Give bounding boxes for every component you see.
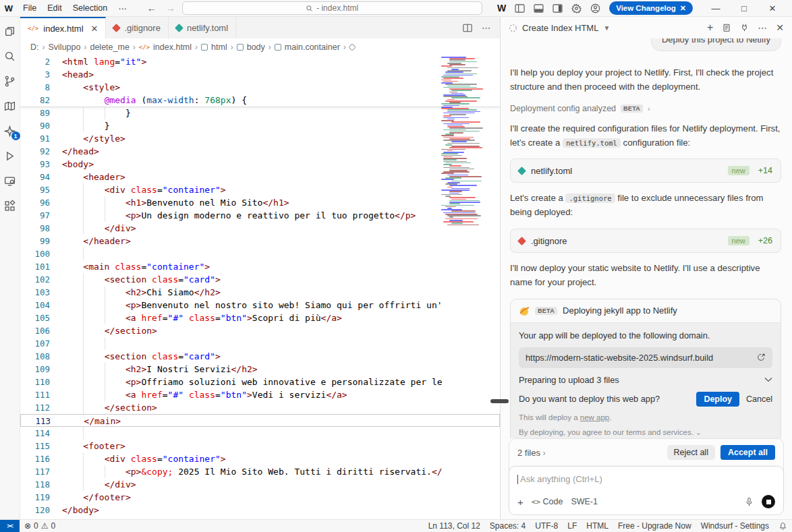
mode-selector[interactable]: <> Code (532, 497, 563, 506)
code-line[interactable]: 89 } (20, 107, 500, 119)
code-line[interactable]: 107 (20, 337, 500, 350)
new-conversation-icon[interactable]: + (707, 22, 713, 34)
editor-more-actions-icon[interactable]: ⋯ (482, 23, 490, 33)
code-line[interactable]: 112 </section> (20, 401, 500, 414)
code-lines[interactable]: 89 }90 }91 </style>92</head>93<body>94 <… (20, 107, 500, 519)
view-changelog-button[interactable]: View Changelog✕ (609, 1, 693, 15)
new-app-link[interactable]: new app (580, 413, 609, 421)
account-icon[interactable] (590, 3, 600, 13)
sash-handle[interactable] (490, 399, 509, 403)
mcp-plug-icon[interactable] (740, 23, 749, 32)
model-selector[interactable]: SWE-1 (571, 497, 598, 506)
toggle-panel-icon[interactable] (534, 4, 544, 13)
conversation-title[interactable]: Create Index HTML (522, 23, 598, 33)
open-external-icon[interactable] (756, 353, 766, 362)
code-line[interactable]: 119 </footer> (20, 491, 500, 504)
cursor-position[interactable]: Ln 113, Col 12 (424, 521, 485, 531)
upload-progress-row[interactable]: Preparing to upload 3 files (519, 375, 772, 385)
code-line[interactable]: 114 (20, 427, 500, 440)
breadcrumb-file[interactable]: index.html (153, 42, 192, 52)
gear-icon[interactable] (571, 3, 582, 13)
code-line[interactable]: 102 <section class="card"> (20, 273, 500, 286)
cascade-icon[interactable]: 1 (3, 123, 18, 138)
microphone-icon[interactable] (745, 497, 754, 507)
code-line[interactable]: 96 <h1>Benvenuto nel Mio Sito</h1> (20, 196, 500, 209)
code-line[interactable]: 8 <style> (20, 81, 500, 94)
cancel-button[interactable]: Cancel (746, 394, 772, 404)
menu-more[interactable]: ⋯ (113, 3, 132, 13)
code-line[interactable]: 93<body> (20, 158, 500, 171)
map-icon[interactable] (3, 98, 18, 113)
problems-indicator[interactable]: ⊗0 ⚠0 (20, 521, 60, 531)
tab-index-html[interactable]: </> index.html ✕ (20, 17, 106, 38)
code-line[interactable]: 3<head> (20, 68, 500, 81)
code-line[interactable]: 118 </div> (20, 478, 500, 491)
code-line[interactable]: 94 <header> (20, 171, 500, 183)
nav-back-icon[interactable]: ← (147, 3, 157, 13)
extensions-icon[interactable] (3, 198, 18, 213)
code-line[interactable]: 98 </div> (20, 222, 500, 235)
analysis-step[interactable]: Deployment config analyzed BETA › (510, 104, 781, 113)
code-line[interactable]: 92</head> (20, 145, 500, 158)
toggle-sidebar-icon[interactable] (515, 4, 525, 13)
code-line[interactable]: 121</html> (20, 516, 500, 519)
nav-forward-icon[interactable]: → (166, 3, 175, 13)
windsurf-settings[interactable]: Windsurf - Settings (696, 521, 774, 531)
more-actions-icon[interactable]: ⋯ (758, 22, 767, 33)
breadcrumb-symbol[interactable]: main.container (285, 42, 340, 52)
search-icon[interactable] (3, 49, 18, 63)
code-line[interactable]: 103 <h2>Chi Siamo</h2> (20, 286, 500, 299)
stop-button[interactable] (762, 495, 775, 508)
code-editor[interactable]: 2<html lang="it">3<head>8 <style>82 @med… (20, 55, 500, 519)
code-line[interactable]: 99 </header> (20, 235, 500, 247)
chevron-down-icon[interactable]: ⌄ (696, 429, 701, 436)
breadcrumb-folder[interactable]: Sviluppo (49, 42, 81, 52)
code-line[interactable]: 116 <div class="container"> (20, 452, 500, 465)
accept-all-button[interactable]: Accept all (720, 445, 775, 460)
breadcrumb-symbol[interactable]: html (211, 42, 227, 52)
chat-input[interactable]: Ask anything (Ctrl+L) (517, 474, 775, 484)
code-line[interactable]: 2<html lang="it"> (20, 55, 500, 68)
deploy-button[interactable]: Deploy (696, 392, 739, 407)
chevron-down-icon[interactable]: ▼ (603, 24, 610, 32)
dismiss-changelog-icon[interactable]: ✕ (680, 4, 686, 13)
menu-selection[interactable]: Selection (67, 3, 113, 13)
code-line[interactable]: 115 <footer> (20, 440, 500, 452)
files-count[interactable]: 2 files › (517, 448, 546, 458)
code-line[interactable]: 108 <section class="card"> (20, 350, 500, 363)
run-icon[interactable] (3, 148, 18, 163)
code-line[interactable]: 109 <h2>I Nostri Servizi</h2> (20, 363, 500, 376)
tab-netlify-toml[interactable]: netlify.toml (169, 17, 236, 38)
remote-indicator[interactable]: >< (0, 520, 20, 532)
source-control-icon[interactable] (3, 73, 18, 88)
minimap[interactable] (440, 57, 492, 229)
close-tab-icon[interactable]: ✕ (91, 24, 98, 34)
code-line[interactable]: 105 <a href="#" class="btn">Scopri di pi… (20, 312, 500, 324)
breadcrumb-drive[interactable]: D: (30, 42, 39, 52)
code-line[interactable]: 90 } (20, 119, 500, 132)
code-line[interactable]: 117 <p>&copy; 2025 Il Mio Sito Web. Tutt… (20, 465, 500, 478)
indentation[interactable]: Spaces: 4 (485, 521, 530, 531)
file-card-netlify-toml[interactable]: netlify.toml new +14 (510, 158, 781, 183)
code-line[interactable]: 120</body> (20, 504, 500, 516)
menu-file[interactable]: File (18, 3, 42, 13)
breadcrumb-symbol[interactable]: body (247, 42, 265, 52)
tab-gitignore[interactable]: .gitignore (106, 17, 168, 38)
chat-composer[interactable]: Ask anything (Ctrl+L) + <> Code SWE-1 (509, 466, 784, 515)
maximize-button[interactable]: □ (730, 3, 758, 13)
sticky-scroll[interactable]: 2<html lang="it">3<head>8 <style>82 @med… (20, 55, 500, 107)
file-card-gitignore[interactable]: .gitignore new +26 (510, 229, 781, 253)
code-line[interactable]: 101 <main class="container"> (20, 260, 500, 273)
breadcrumb-folder[interactable]: delete_me (90, 42, 129, 52)
language-mode[interactable]: HTML (582, 521, 613, 531)
close-panel-icon[interactable]: ✕ (776, 22, 784, 33)
minimize-button[interactable]: — (702, 3, 730, 13)
code-line[interactable]: 104 <p>Benvenuto nel nostro sito web! Si… (20, 299, 500, 312)
code-line[interactable]: 110 <p>Offriamo soluzioni web innovative… (20, 376, 500, 388)
reject-all-button[interactable]: Reject all (667, 445, 715, 460)
explorer-icon[interactable] (3, 24, 18, 38)
menu-edit[interactable]: Edit (42, 3, 67, 13)
code-line[interactable]: 95 <div class="container"> (20, 183, 500, 196)
attach-icon[interactable]: + (517, 496, 524, 508)
eol-sequence[interactable]: LF (563, 521, 582, 531)
